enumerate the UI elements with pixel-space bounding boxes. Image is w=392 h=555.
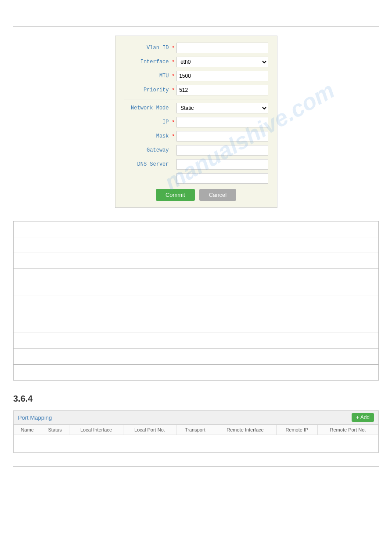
mask-label: Mask xyxy=(124,133,173,139)
add-button[interactable]: + Add xyxy=(352,413,374,422)
interface-select[interactable]: eth0 eth1 xyxy=(176,57,268,67)
col-remote-port: Remote Port No. xyxy=(318,425,378,435)
dns-server-label: DNS Server xyxy=(124,161,173,167)
col-transport: Transport xyxy=(176,425,214,435)
network-mode-row: Network Mode * Static DHCP xyxy=(124,103,268,113)
gateway-row: Gateway * xyxy=(124,145,268,156)
table-cell xyxy=(196,269,379,295)
priority-input[interactable] xyxy=(176,85,268,95)
form-buttons: Commit Cancel xyxy=(124,189,268,201)
table-cell xyxy=(14,237,196,253)
priority-row: Priority * xyxy=(124,85,268,95)
table-cell xyxy=(196,253,379,269)
vlan-id-required: * xyxy=(173,45,175,51)
mtu-input[interactable] xyxy=(176,71,268,81)
table-cell xyxy=(14,253,196,269)
table-row xyxy=(14,253,379,269)
interface-label: Interface xyxy=(124,59,173,65)
table-row xyxy=(14,221,379,237)
mtu-label: MTU xyxy=(124,73,173,79)
col-remote-ip: Remote IP xyxy=(276,425,317,435)
table-cell xyxy=(196,349,379,365)
port-mapping-panel: Port Mapping + Add Name Status Local Int… xyxy=(13,410,379,453)
ip-label: IP xyxy=(124,119,173,125)
ip-required: * xyxy=(173,119,175,125)
table-cell xyxy=(196,221,379,237)
dns-server-input[interactable] xyxy=(176,159,268,170)
dns-server-input2[interactable] xyxy=(176,173,268,184)
col-name: Name xyxy=(14,425,41,435)
table-row xyxy=(14,295,379,317)
table-cell xyxy=(14,221,196,237)
dns-server-row: DNS Server * xyxy=(124,159,268,170)
dns-server-row2: * xyxy=(124,173,268,184)
ip-row: IP * xyxy=(124,117,268,127)
interface-required: * xyxy=(173,59,175,65)
vlan-id-row: Vlan ID * xyxy=(124,43,268,53)
priority-label: Priority xyxy=(124,87,173,93)
port-mapping-empty-row xyxy=(14,435,378,453)
table-row xyxy=(14,349,379,365)
vlan-form: Vlan ID * Interface * eth0 eth1 MTU * Pr… xyxy=(115,36,277,208)
table-cell xyxy=(196,317,379,333)
table-row xyxy=(14,333,379,349)
top-divider xyxy=(13,26,379,27)
col-remote-interface: Remote Interface xyxy=(214,425,276,435)
gateway-label: Gateway xyxy=(124,147,173,153)
col-status: Status xyxy=(41,425,69,435)
network-mode-select[interactable]: Static DHCP xyxy=(176,103,268,113)
mtu-row: MTU * xyxy=(124,71,268,81)
form-divider xyxy=(124,99,268,99)
table-cell xyxy=(14,295,196,317)
network-mode-label: Network Mode xyxy=(124,105,173,111)
ip-input[interactable] xyxy=(176,117,268,127)
cancel-button[interactable]: Cancel xyxy=(199,189,236,201)
mask-required: * xyxy=(173,133,175,139)
priority-required: * xyxy=(173,87,175,93)
table-row xyxy=(14,317,379,333)
mtu-required: * xyxy=(173,73,175,79)
table-cell xyxy=(14,333,196,349)
vlan-id-label: Vlan ID xyxy=(124,45,173,51)
table-cell xyxy=(196,295,379,317)
col-local-port: Local Port No. xyxy=(123,425,176,435)
table-row xyxy=(14,365,379,381)
table-cell xyxy=(196,237,379,253)
port-mapping-header: Port Mapping + Add xyxy=(14,411,378,424)
table-header-row: Name Status Local Interface Local Port N… xyxy=(14,425,378,435)
gateway-input[interactable] xyxy=(176,145,268,156)
data-table-section xyxy=(13,221,379,381)
interface-row: Interface * eth0 eth1 xyxy=(124,57,268,67)
table-row xyxy=(14,269,379,295)
mask-row: Mask * xyxy=(124,131,268,141)
table-cell xyxy=(196,333,379,349)
data-table xyxy=(13,221,379,381)
section-364-heading: 3.6.4 xyxy=(13,394,379,404)
table-cell xyxy=(14,365,196,381)
table-cell xyxy=(14,317,196,333)
table-cell xyxy=(14,349,196,365)
port-mapping-table: Name Status Local Interface Local Port N… xyxy=(14,424,378,453)
commit-button[interactable]: Commit xyxy=(156,189,195,201)
vlan-id-input[interactable] xyxy=(176,43,268,53)
port-mapping-title: Port Mapping xyxy=(18,414,52,421)
mask-input[interactable] xyxy=(176,131,268,141)
table-cell xyxy=(14,269,196,295)
bottom-divider xyxy=(13,466,379,467)
empty-cell xyxy=(14,435,378,453)
table-cell xyxy=(196,365,379,381)
table-row xyxy=(14,237,379,253)
col-local-interface: Local Interface xyxy=(69,425,123,435)
